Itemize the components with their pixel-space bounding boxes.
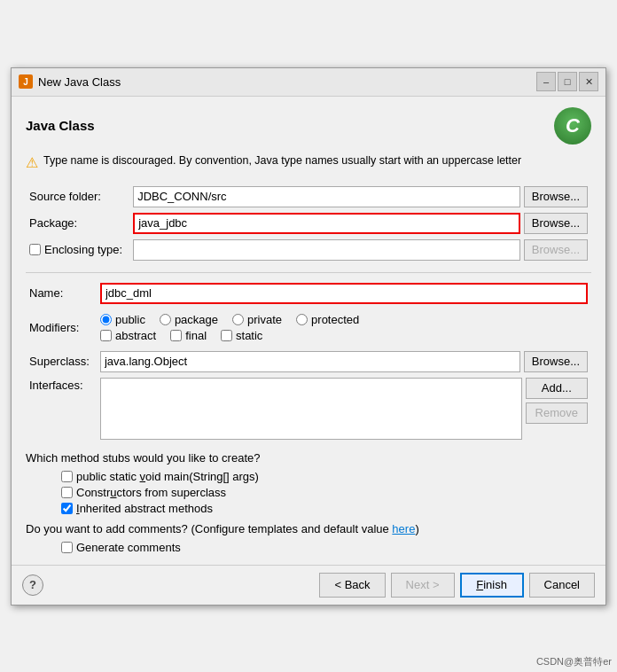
modifier-protected[interactable]: protected bbox=[296, 313, 359, 326]
stub-inherited[interactable]: Inherited abstract methods bbox=[61, 502, 591, 515]
package-input-row: Browse... bbox=[133, 213, 588, 234]
generate-comments-row: Generate comments bbox=[61, 541, 591, 554]
close-button[interactable]: ✕ bbox=[579, 72, 598, 91]
footer-right: < Back Next > Finish Cancel bbox=[319, 573, 595, 598]
superclass-input[interactable] bbox=[100, 351, 520, 372]
modifier-public-radio[interactable] bbox=[100, 314, 112, 325]
dialog-icon: J bbox=[19, 74, 33, 89]
modifier-private[interactable]: private bbox=[232, 313, 282, 326]
dialog-title: New Java Class bbox=[38, 75, 121, 89]
minimize-button[interactable]: – bbox=[536, 72, 556, 91]
source-folder-field: Browse... bbox=[129, 184, 591, 210]
stub-inherited-checkbox[interactable] bbox=[61, 503, 73, 514]
modifier-abstract-checkbox[interactable] bbox=[100, 330, 112, 341]
stub-constructors[interactable]: Constructors from superclass bbox=[61, 486, 591, 499]
interfaces-field: Add... Remove bbox=[97, 375, 591, 442]
modifiers-row: Modifiers: public package bbox=[26, 307, 591, 348]
stub-constructors-label: Constructors from superclass bbox=[76, 486, 226, 499]
modifier-private-label: private bbox=[247, 313, 282, 326]
section-header: Java Class C bbox=[26, 107, 591, 145]
interfaces-remove-button: Remove bbox=[526, 402, 588, 424]
enclosing-type-browse-button: Browse... bbox=[524, 239, 588, 261]
modifier-public[interactable]: public bbox=[100, 313, 145, 326]
watermark: CSDN@奥普特er bbox=[536, 655, 612, 668]
stub-main[interactable]: public static void main(String[] args) bbox=[61, 470, 591, 483]
enclosing-type-label: Enclosing type: bbox=[44, 243, 122, 256]
superclass-browse-button[interactable]: Browse... bbox=[524, 351, 588, 372]
enclosing-type-field: Browse... bbox=[129, 237, 591, 263]
modifiers-label: Modifiers: bbox=[26, 307, 97, 348]
enclosing-type-row: Enclosing type: Browse... bbox=[26, 237, 591, 263]
name-input[interactable] bbox=[100, 283, 588, 304]
java-logo: C bbox=[554, 107, 591, 145]
enclosing-type-cell: Enclosing type: bbox=[26, 237, 129, 263]
form-table: Source folder: Browse... Package: Browse… bbox=[26, 184, 591, 263]
stub-main-checkbox[interactable] bbox=[61, 471, 73, 482]
source-folder-browse-button[interactable]: Browse... bbox=[524, 186, 588, 207]
modifier-package-radio[interactable] bbox=[160, 314, 171, 325]
modifier-abstract-label: abstract bbox=[115, 329, 156, 342]
warning-icon: ⚠ bbox=[26, 154, 38, 171]
superclass-row: Superclass: Browse... bbox=[26, 348, 591, 375]
dialog-body: Java Class C ⚠ Type name is discouraged.… bbox=[12, 97, 605, 565]
superclass-label: Superclass: bbox=[26, 348, 97, 375]
package-label: Package: bbox=[26, 210, 129, 237]
modifier-static-checkbox[interactable] bbox=[221, 330, 232, 341]
interfaces-add-button[interactable]: Add... bbox=[526, 378, 588, 399]
package-input[interactable] bbox=[133, 213, 520, 234]
comments-section: Do you want to add comments? (Configure … bbox=[26, 522, 591, 554]
cancel-button[interactable]: Cancel bbox=[529, 573, 595, 598]
finish-button[interactable]: Finish bbox=[460, 573, 524, 598]
stub-constructors-checkbox[interactable] bbox=[61, 487, 73, 498]
modifiers-main-row: public package private bbox=[100, 313, 588, 326]
warning-text: Type name is discouraged. By convention,… bbox=[43, 153, 521, 169]
interfaces-section: Add... Remove bbox=[100, 378, 588, 440]
name-row: Name: bbox=[26, 280, 591, 307]
modifier-private-radio[interactable] bbox=[232, 314, 244, 325]
interfaces-row: Interfaces: Add... Remove bbox=[26, 375, 591, 442]
modifier-final[interactable]: final bbox=[170, 329, 207, 342]
generate-comments[interactable]: Generate comments bbox=[61, 541, 591, 554]
generate-comments-label: Generate comments bbox=[76, 541, 181, 554]
modifiers-field: public package private bbox=[97, 307, 591, 348]
title-bar: J New Java Class – □ ✕ bbox=[12, 68, 605, 97]
maximize-button[interactable]: □ bbox=[558, 72, 577, 91]
generate-comments-checkbox[interactable] bbox=[61, 542, 73, 553]
comments-title-end: ) bbox=[415, 522, 418, 535]
title-buttons: – □ ✕ bbox=[536, 72, 598, 91]
source-folder-label: Source folder: bbox=[26, 184, 129, 210]
next-button: Next > bbox=[391, 573, 455, 598]
footer-left: ? bbox=[22, 574, 43, 596]
package-browse-button[interactable]: Browse... bbox=[524, 213, 588, 234]
help-button[interactable]: ? bbox=[22, 574, 43, 596]
enclosing-type-input-row: Browse... bbox=[133, 239, 588, 261]
comments-link[interactable]: here bbox=[392, 522, 415, 535]
interfaces-label: Interfaces: bbox=[26, 375, 97, 442]
source-folder-input[interactable] bbox=[133, 186, 520, 207]
title-bar-left: J New Java Class bbox=[19, 74, 121, 89]
package-row: Package: Browse... bbox=[26, 210, 591, 237]
modifier-protected-label: protected bbox=[311, 313, 359, 326]
superclass-input-row: Browse... bbox=[100, 351, 588, 372]
superclass-field: Browse... bbox=[97, 348, 591, 375]
name-field bbox=[97, 280, 591, 307]
enclosing-type-input[interactable] bbox=[133, 239, 520, 261]
modifier-protected-radio[interactable] bbox=[296, 314, 308, 325]
modifier-final-checkbox[interactable] bbox=[170, 330, 182, 341]
back-button[interactable]: < Back bbox=[319, 573, 385, 598]
enclosing-type-checkbox[interactable] bbox=[29, 244, 41, 255]
comments-title: Do you want to add comments? (Configure … bbox=[26, 522, 591, 535]
source-folder-row: Source folder: Browse... bbox=[26, 184, 591, 210]
modifier-static-label: static bbox=[236, 329, 262, 342]
modifier-package[interactable]: package bbox=[160, 313, 218, 326]
stub-inherited-label: Inherited abstract methods bbox=[76, 502, 213, 515]
modifier-static[interactable]: static bbox=[221, 329, 262, 342]
modifier-public-label: public bbox=[115, 313, 145, 326]
modifiers-extra-row: abstract final static bbox=[100, 329, 588, 342]
modifiers-section: public package private bbox=[100, 313, 588, 342]
section-title: Java Class bbox=[26, 118, 95, 133]
interfaces-list[interactable] bbox=[100, 378, 522, 440]
modifier-abstract[interactable]: abstract bbox=[100, 329, 156, 342]
source-folder-input-row: Browse... bbox=[133, 186, 588, 207]
name-form-table: Name: Modifiers: public bbox=[26, 280, 591, 442]
